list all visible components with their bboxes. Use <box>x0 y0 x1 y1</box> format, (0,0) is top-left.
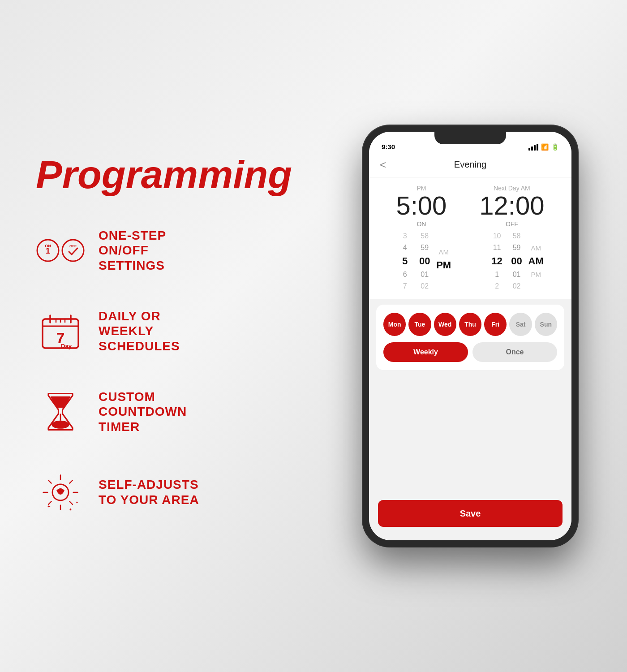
picker-val: 58 <box>513 232 521 240</box>
picker-val: 6 <box>403 271 407 279</box>
phone-screen: 9:30 📶 🔋 < Evening <box>369 132 571 540</box>
svg-text:Day: Day <box>61 343 72 349</box>
save-section: Save <box>369 493 571 540</box>
status-icons: 📶 🔋 <box>528 143 559 151</box>
svg-point-3 <box>62 240 84 261</box>
off-label: OFF <box>506 220 518 228</box>
ampm-val: PM <box>531 271 541 278</box>
left-picker-group[interactable]: 3 4 5 6 7 58 59 00 01 02 <box>397 232 451 290</box>
svg-text:OFF: OFF <box>69 244 77 248</box>
feature-timer-text: CUSTOM COUNTDOWN TIMER <box>99 389 187 435</box>
day-wed[interactable]: Wed <box>434 313 456 336</box>
picker-val: 4 <box>403 244 407 252</box>
picker-val-selected: 00 <box>511 255 522 267</box>
picker-val: 59 <box>513 244 521 252</box>
days-row: Mon Tue Wed Thu Fri Sat Sun <box>383 313 557 336</box>
hourglass-icon <box>36 387 85 436</box>
app-header: < Evening <box>369 154 571 177</box>
picker-val-selected: 12 <box>491 255 502 267</box>
feature-selfadjust-text: SELF-ADJUSTS TO YOUR AREA <box>99 477 199 507</box>
signal-icon <box>528 144 538 151</box>
right-min-col[interactable]: 58 59 00 01 02 <box>509 232 525 290</box>
frequency-row: Weekly Once <box>383 342 557 362</box>
picker-val: 10 <box>493 232 501 240</box>
right-picker-group[interactable]: 10 11 12 1 2 58 59 00 01 02 <box>489 232 544 290</box>
picker-val: 02 <box>421 282 429 290</box>
scroll-pickers: 3 4 5 6 7 58 59 00 01 02 <box>369 232 571 290</box>
feature-timer: CUSTOM COUNTDOWN TIMER <box>36 387 251 436</box>
battery-icon: 🔋 <box>551 143 559 151</box>
onoff-icon: ON 1 OFF <box>36 226 85 275</box>
screen-title: Evening <box>454 159 486 170</box>
svg-text:✦: ✦ <box>69 508 72 512</box>
left-panel: Programming ON 1 OFF ONE-STEP ON/OFF SET… <box>36 155 251 517</box>
picker-val: 7 <box>403 282 407 290</box>
wifi-icon: 📶 <box>541 143 549 151</box>
time-section: PM 5:00 ON Next Day AM 12:00 OFF <box>369 177 571 299</box>
feature-schedule-text: DAILY OR WEEKLY SCHEDULES <box>99 309 180 354</box>
svg-line-21 <box>69 501 73 504</box>
picker-val: 01 <box>421 271 429 279</box>
feature-schedule: 7 Day DAILY OR WEEKLY SCHEDULES <box>36 306 251 356</box>
picker-val: 02 <box>513 282 521 290</box>
picker-val: 2 <box>495 282 499 290</box>
on-time-value: 5:00 <box>396 193 447 219</box>
svg-line-22 <box>69 480 73 483</box>
picker-val: 11 <box>493 244 501 252</box>
ampm-val: AM <box>438 248 449 256</box>
picker-val: 3 <box>403 232 407 240</box>
right-ampm-col[interactable]: AM AM PM <box>528 241 544 282</box>
save-button[interactable]: Save <box>378 500 563 527</box>
on-label: ON <box>417 220 426 228</box>
feature-onoff: ON 1 OFF ONE-STEP ON/OFF SETTINGS <box>36 226 251 275</box>
day-fri[interactable]: Fri <box>484 313 507 336</box>
back-button[interactable]: < <box>380 159 386 171</box>
picker-val: 58 <box>421 232 429 240</box>
svg-text:✦: ✦ <box>47 504 51 509</box>
day-thu[interactable]: Thu <box>459 313 481 336</box>
day-tue[interactable]: Tue <box>408 313 431 336</box>
freq-weekly[interactable]: Weekly <box>383 342 468 362</box>
left-min-col[interactable]: 58 59 00 01 02 <box>417 232 433 290</box>
right-hour-col[interactable]: 10 11 12 1 2 <box>489 232 505 290</box>
days-section: Mon Tue Wed Thu Fri Sat Sun Weekly Once <box>376 305 564 370</box>
on-time-block: PM 5:00 ON <box>396 185 447 228</box>
ampm-val-selected: PM <box>436 259 451 271</box>
svg-text:1: 1 <box>46 246 50 255</box>
picker-val-selected: 5 <box>402 255 408 267</box>
picker-val: 01 <box>513 271 521 279</box>
feature-selfadjust: ✦ ✦ ✦ SELF-ADJUSTS TO YOUR AREA <box>36 468 251 517</box>
status-time: 9:30 <box>382 143 395 151</box>
left-hour-col[interactable]: 3 4 5 6 7 <box>397 232 413 290</box>
freq-once[interactable]: Once <box>472 342 557 362</box>
phone-container: 9:30 📶 🔋 < Evening <box>349 125 591 547</box>
off-time-block: Next Day AM 12:00 OFF <box>479 185 544 228</box>
svg-text:✦: ✦ <box>76 500 78 504</box>
sun-icon: ✦ ✦ ✦ <box>36 468 85 517</box>
page-title: Programming <box>36 155 251 194</box>
calendar-icon: 7 Day <box>36 306 85 356</box>
time-display-row: PM 5:00 ON Next Day AM 12:00 OFF <box>369 177 571 228</box>
day-sun[interactable]: Sun <box>535 313 557 336</box>
picker-val: 1 <box>495 271 499 279</box>
left-ampm-col[interactable]: AM PM <box>436 245 451 278</box>
off-time-value: 12:00 <box>479 193 544 219</box>
picker-val: 59 <box>421 244 429 252</box>
day-sat[interactable]: Sat <box>509 313 532 336</box>
feature-onoff-text: ONE-STEP ON/OFF SETTINGS <box>99 228 166 273</box>
ampm-val: AM <box>531 244 541 252</box>
phone-notch <box>434 132 506 144</box>
phone-device: 9:30 📶 🔋 < Evening <box>363 125 578 547</box>
picker-val-selected: 00 <box>419 255 430 267</box>
svg-line-20 <box>48 480 52 483</box>
ampm-val-selected: AM <box>528 255 544 267</box>
svg-point-14 <box>52 421 69 429</box>
day-mon[interactable]: Mon <box>383 313 406 336</box>
